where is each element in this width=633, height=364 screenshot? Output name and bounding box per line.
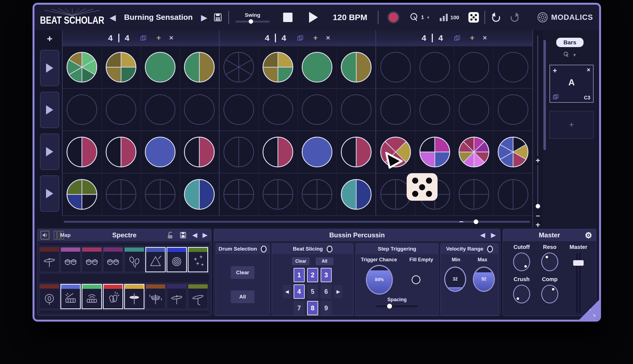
slice-count-6[interactable]: 6 bbox=[321, 284, 332, 299]
remove-section-button[interactable]: × bbox=[169, 34, 173, 42]
time-sig-numerator[interactable]: 4 bbox=[108, 33, 113, 43]
drum-pad-hi-hat[interactable] bbox=[124, 284, 144, 309]
slicing-prev-icon[interactable]: ◀ bbox=[283, 285, 291, 298]
kit-next-icon[interactable]: ▶ bbox=[491, 232, 496, 239]
beat-circle-r2-b10[interactable] bbox=[415, 89, 454, 131]
slice-count-4[interactable]: 4 bbox=[294, 284, 305, 299]
redo-icon[interactable] bbox=[509, 12, 520, 23]
crush-knob[interactable] bbox=[513, 285, 530, 303]
bars-title-pill[interactable]: Bars bbox=[556, 38, 584, 47]
beat-circle-r4-b11[interactable] bbox=[454, 173, 493, 215]
slice-count-2[interactable]: 2 bbox=[307, 268, 318, 282]
map-label[interactable]: Map bbox=[60, 232, 71, 238]
cutoff-knob[interactable] bbox=[513, 252, 530, 271]
add-section-button[interactable]: + bbox=[156, 34, 161, 42]
beat-circle-r1-b8[interactable] bbox=[336, 46, 375, 88]
beat-circle-r2-b3[interactable] bbox=[141, 89, 180, 131]
copy-section-icon[interactable] bbox=[140, 34, 147, 42]
row-play-button-1[interactable] bbox=[40, 50, 59, 86]
copy-section-icon[interactable] bbox=[454, 34, 461, 42]
copy-section-icon[interactable] bbox=[297, 34, 304, 42]
preset-next-icon[interactable]: ▶ bbox=[201, 13, 207, 22]
beat-circle-r2-b7[interactable] bbox=[297, 89, 337, 131]
library-next-icon[interactable]: ▶ bbox=[203, 232, 207, 239]
beat-circle-r2-b11[interactable] bbox=[454, 89, 493, 131]
slice-count-7[interactable]: 7 bbox=[294, 301, 305, 315]
beat-circle-r3-b6[interactable] bbox=[258, 131, 297, 173]
gear-icon[interactable]: ⚙ bbox=[585, 230, 592, 240]
drum-pad-bongos[interactable] bbox=[82, 247, 102, 272]
beat-circle-r3-b12[interactable] bbox=[493, 131, 532, 173]
beat-circle-r1-b10[interactable] bbox=[415, 46, 454, 88]
bar-copy-icon[interactable] bbox=[552, 93, 559, 100]
undo-icon[interactable] bbox=[491, 12, 502, 23]
remove-section-button[interactable]: × bbox=[326, 34, 330, 42]
velocity-max-knob[interactable]: 92 bbox=[473, 267, 495, 292]
beat-circle-r4-b5[interactable] bbox=[219, 173, 258, 215]
swing-slider[interactable] bbox=[235, 21, 270, 23]
beat-circle-r4-b3[interactable] bbox=[141, 173, 180, 215]
swing-slider-handle[interactable] bbox=[249, 19, 253, 24]
bars-dropdown-icon[interactable]: ▼ bbox=[573, 53, 577, 57]
master-fader[interactable] bbox=[573, 253, 584, 313]
drum-pad-crash-cymbal[interactable] bbox=[188, 284, 208, 309]
save-icon[interactable] bbox=[213, 12, 223, 23]
drum-pad-sizzle-hat[interactable] bbox=[145, 284, 166, 309]
drum-selection-all-button[interactable]: All bbox=[231, 290, 254, 303]
slice-count-1[interactable]: 1 bbox=[294, 268, 305, 282]
beat-circle-r3-b2[interactable] bbox=[101, 131, 141, 173]
beat-circle-r4-b4[interactable] bbox=[180, 173, 219, 215]
beat-circle-r2-b8[interactable] bbox=[336, 89, 375, 131]
velocity-min-knob[interactable]: 32 bbox=[444, 267, 466, 292]
beat-circle-r1-b5[interactable] bbox=[219, 46, 258, 88]
beat-circle-r4-b12[interactable] bbox=[493, 173, 532, 215]
beat-circle-r4-b8[interactable] bbox=[336, 173, 375, 215]
time-sig-denominator[interactable]: 4 bbox=[281, 33, 286, 43]
drum-pad-ride-cymbal[interactable] bbox=[167, 284, 187, 309]
master-fader-handle[interactable] bbox=[573, 260, 584, 266]
preset-prev-icon[interactable]: ◀ bbox=[109, 13, 116, 22]
beat-circle-r2-b5[interactable] bbox=[219, 89, 258, 131]
add-section-button[interactable]: + bbox=[470, 34, 474, 42]
beat-circle-r3-b1[interactable] bbox=[63, 131, 101, 173]
bar-remove-icon[interactable]: × bbox=[587, 66, 590, 74]
remove-section-button[interactable]: × bbox=[483, 34, 487, 42]
beat-circle-r1-b2[interactable] bbox=[101, 46, 141, 88]
beat-slicing-indicator-icon[interactable] bbox=[327, 246, 332, 252]
fill-empty-toggle[interactable] bbox=[412, 275, 420, 284]
drum-pad-coil[interactable] bbox=[167, 247, 187, 272]
bars-scrollbar[interactable] bbox=[543, 40, 546, 150]
reso-knob[interactable] bbox=[541, 252, 558, 271]
drum-selection-indicator-icon[interactable] bbox=[261, 246, 267, 252]
slice-count-8[interactable]: 8 bbox=[307, 301, 318, 315]
row-play-button-3[interactable] bbox=[40, 134, 59, 170]
beat-circle-r1-b11[interactable] bbox=[454, 46, 493, 88]
beat-circle-r1-b4[interactable] bbox=[180, 46, 219, 88]
bar-card-a[interactable]: + × A C3 bbox=[549, 65, 594, 103]
drum-pad-electronic-pad[interactable] bbox=[82, 284, 102, 309]
spacing-slider-handle[interactable] bbox=[387, 304, 392, 309]
drum-pad-kick-drum[interactable] bbox=[39, 284, 60, 309]
slice-count-5[interactable]: 5 bbox=[307, 284, 318, 299]
beat-circle-r2-b4[interactable] bbox=[180, 89, 219, 131]
library-save-icon[interactable] bbox=[179, 231, 187, 239]
preset-name[interactable]: Burning Sensation bbox=[124, 13, 193, 22]
horizontal-scroll-handle[interactable] bbox=[474, 219, 478, 224]
beat-circle-r1-b1[interactable] bbox=[63, 46, 101, 88]
row-play-button-4[interactable] bbox=[40, 175, 59, 212]
row-play-button-2[interactable] bbox=[40, 92, 59, 128]
level-bars-icon[interactable] bbox=[440, 13, 448, 21]
beat-circle-r2-b2[interactable] bbox=[101, 89, 141, 131]
beat-circle-r3-b10[interactable] bbox=[415, 131, 454, 173]
comp-knob[interactable] bbox=[541, 285, 558, 303]
spacing-slider[interactable] bbox=[376, 305, 418, 307]
beat-circle-r3-b3[interactable] bbox=[141, 131, 180, 173]
beat-circle-r4-b6[interactable] bbox=[258, 173, 297, 215]
bar-add-icon[interactable]: + bbox=[553, 66, 557, 75]
quantize-icon[interactable] bbox=[409, 13, 419, 22]
drum-pad-bongos[interactable] bbox=[103, 247, 123, 272]
vertical-zoom-out-button[interactable]: − bbox=[533, 212, 543, 220]
beat-circle-r4-b1[interactable] bbox=[63, 173, 101, 215]
beat-circle-r2-b9[interactable] bbox=[376, 89, 415, 131]
drum-pad-ride-cymbal[interactable] bbox=[39, 247, 60, 272]
